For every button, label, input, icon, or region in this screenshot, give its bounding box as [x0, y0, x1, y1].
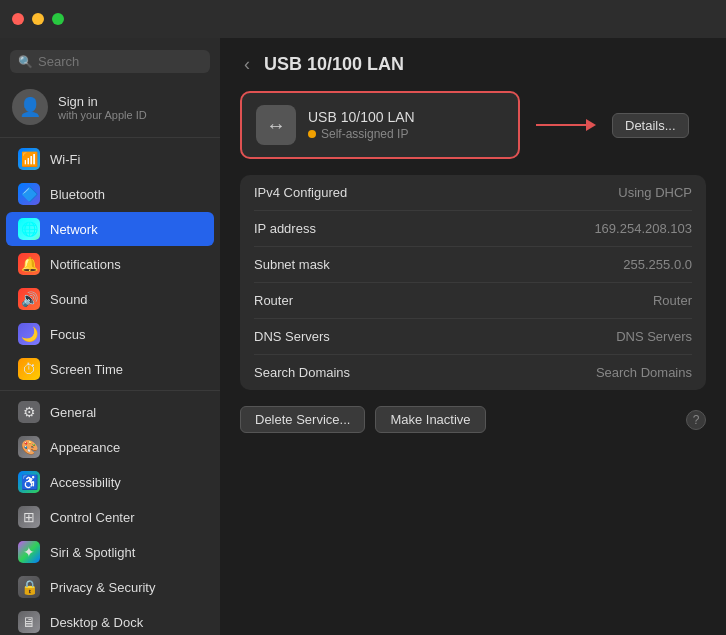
back-button[interactable]: ‹ [240, 54, 254, 75]
bluetooth-icon: 🔷 [18, 183, 40, 205]
sidebar-item-privacy[interactable]: 🔒Privacy & Security [6, 570, 214, 604]
sign-in-sub: with your Apple ID [58, 109, 147, 121]
focus-icon: 🌙 [18, 323, 40, 345]
page-title: USB 10/100 LAN [264, 54, 404, 75]
info-value-0: Using DHCP [618, 185, 692, 200]
arrow-head [586, 119, 596, 131]
sidebar-item-label-notifications: Notifications [50, 257, 121, 272]
sidebar-item-notifications[interactable]: 🔔Notifications [6, 247, 214, 281]
info-value-5: Search Domains [596, 365, 692, 380]
info-value-2: 255.255.0.0 [623, 257, 692, 272]
sidebar-item-label-screentime: Screen Time [50, 362, 123, 377]
action-row: Delete Service... Make Inactive ? [240, 406, 706, 433]
sidebar-item-label-privacy: Privacy & Security [50, 580, 155, 595]
info-label-5: Search Domains [254, 365, 350, 380]
close-button[interactable] [12, 13, 24, 25]
sidebar-item-focus[interactable]: 🌙Focus [6, 317, 214, 351]
make-inactive-button[interactable]: Make Inactive [375, 406, 485, 433]
sidebar-items-container: 📶Wi-Fi🔷Bluetooth🌐Network🔔Notifications🔊S… [0, 142, 220, 635]
network-icon: 🌐 [18, 218, 40, 240]
delete-service-button[interactable]: Delete Service... [240, 406, 365, 433]
sidebar-item-label-appearance: Appearance [50, 440, 120, 455]
sidebar-divider-2 [0, 390, 220, 391]
general-icon: ⚙ [18, 401, 40, 423]
sidebar-item-control[interactable]: ⊞Control Center [6, 500, 214, 534]
sidebar-item-sound[interactable]: 🔊Sound [6, 282, 214, 316]
sidebar-item-label-wifi: Wi-Fi [50, 152, 80, 167]
screentime-icon: ⏱ [18, 358, 40, 380]
info-value-4: DNS Servers [616, 329, 692, 344]
sidebar-item-label-accessibility: Accessibility [50, 475, 121, 490]
privacy-icon: 🔒 [18, 576, 40, 598]
avatar: 👤 [12, 89, 48, 125]
sidebar: 🔍 👤 Sign in with your Apple ID 📶Wi-Fi🔷Bl… [0, 38, 220, 635]
info-value-1: 169.254.208.103 [594, 221, 692, 236]
sidebar-item-label-network: Network [50, 222, 98, 237]
device-info: USB 10/100 LAN Self-assigned IP [308, 109, 504, 141]
sidebar-item-label-desktop: Desktop & Dock [50, 615, 143, 630]
arrow-indicator [536, 119, 596, 131]
sidebar-item-label-bluetooth: Bluetooth [50, 187, 105, 202]
search-icon: 🔍 [18, 55, 33, 69]
notif-icon: 🔔 [18, 253, 40, 275]
search-bar[interactable]: 🔍 [10, 50, 210, 73]
sidebar-item-label-general: General [50, 405, 96, 420]
search-input[interactable] [38, 54, 202, 69]
appearance-icon: 🎨 [18, 436, 40, 458]
minimize-button[interactable] [32, 13, 44, 25]
sidebar-item-accessibility[interactable]: ♿Accessibility [6, 465, 214, 499]
main-content: ‹ USB 10/100 LAN ↔ USB 10/100 LAN Self-a… [220, 38, 726, 635]
sidebar-item-bluetooth[interactable]: 🔷Bluetooth [6, 177, 214, 211]
device-status: Self-assigned IP [308, 127, 504, 141]
sidebar-item-general[interactable]: ⚙General [6, 395, 214, 429]
desktop-icon: 🖥 [18, 611, 40, 633]
sound-icon: 🔊 [18, 288, 40, 310]
info-value-3: Router [653, 293, 692, 308]
sidebar-item-label-siri: Siri & Spotlight [50, 545, 135, 560]
sidebar-item-desktop[interactable]: 🖥Desktop & Dock [6, 605, 214, 635]
sidebar-divider [0, 137, 220, 138]
siri-icon: ✦ [18, 541, 40, 563]
sidebar-item-appearance[interactable]: 🎨Appearance [6, 430, 214, 464]
maximize-button[interactable] [52, 13, 64, 25]
info-row-1: IP address169.254.208.103 [254, 211, 692, 247]
sign-in-main: Sign in [58, 94, 147, 109]
sidebar-item-network[interactable]: 🌐Network [6, 212, 214, 246]
sign-in-row[interactable]: 👤 Sign in with your Apple ID [0, 81, 220, 133]
status-dot [308, 130, 316, 138]
sidebar-item-label-focus: Focus [50, 327, 85, 342]
info-label-3: Router [254, 293, 293, 308]
info-row-3: RouterRouter [254, 283, 692, 319]
info-label-0: IPv4 Configured [254, 185, 347, 200]
help-button[interactable]: ? [686, 410, 706, 430]
info-label-2: Subnet mask [254, 257, 330, 272]
info-row-2: Subnet mask255.255.0.0 [254, 247, 692, 283]
device-name: USB 10/100 LAN [308, 109, 504, 125]
page-header: ‹ USB 10/100 LAN [240, 54, 706, 75]
arrow-line [536, 124, 586, 126]
info-label-4: DNS Servers [254, 329, 330, 344]
sign-in-text: Sign in with your Apple ID [58, 94, 147, 121]
accessibility-icon: ♿ [18, 471, 40, 493]
info-row-5: Search DomainsSearch Domains [254, 355, 692, 390]
info-label-1: IP address [254, 221, 316, 236]
device-card: ↔ USB 10/100 LAN Self-assigned IP [240, 91, 520, 159]
info-row-4: DNS ServersDNS Servers [254, 319, 692, 355]
sidebar-item-label-sound: Sound [50, 292, 88, 307]
control-icon: ⊞ [18, 506, 40, 528]
info-section: IPv4 ConfiguredUsing DHCPIP address169.2… [240, 175, 706, 390]
title-bar [0, 0, 726, 38]
sidebar-item-screentime[interactable]: ⏱Screen Time [6, 352, 214, 386]
sidebar-item-label-control: Control Center [50, 510, 135, 525]
wifi-icon: 📶 [18, 148, 40, 170]
sidebar-item-siri[interactable]: ✦Siri & Spotlight [6, 535, 214, 569]
info-row-0: IPv4 ConfiguredUsing DHCP [254, 175, 692, 211]
device-icon: ↔ [256, 105, 296, 145]
main-layout: 🔍 👤 Sign in with your Apple ID 📶Wi-Fi🔷Bl… [0, 38, 726, 635]
details-button[interactable]: Details... [612, 113, 689, 138]
status-text: Self-assigned IP [321, 127, 408, 141]
sidebar-item-wifi[interactable]: 📶Wi-Fi [6, 142, 214, 176]
